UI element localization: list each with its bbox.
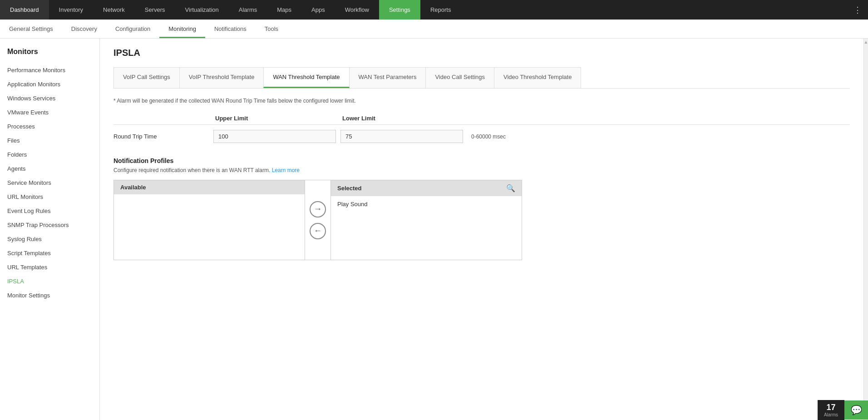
sidebar-item-service-monitors[interactable]: Service Monitors	[0, 176, 99, 190]
nav-item-network[interactable]: Network	[93, 0, 135, 20]
nav-item-apps[interactable]: Apps	[301, 0, 335, 20]
top-nav: Dashboard Inventory Network Servers Virt…	[0, 0, 868, 20]
upper-limit-header: Upper Limit	[213, 115, 340, 122]
subnav-monitoring[interactable]: Monitoring	[159, 20, 205, 38]
alarm-note: * Alarm will be generated if the collect…	[113, 98, 850, 104]
sidebar-item-monitor-settings[interactable]: Monitor Settings	[0, 288, 99, 302]
transfer-box: Available → ← Selected 🔍	[113, 180, 522, 260]
notification-profiles-section: Notification Profiles Configure required…	[113, 157, 850, 260]
upper-limit-field-wrapper	[213, 130, 340, 143]
sidebar-item-url-monitors[interactable]: URL Monitors	[0, 190, 99, 204]
sidebar-item-syslog-rules[interactable]: Syslog Rules	[0, 232, 99, 246]
chat-button[interactable]: 💬	[844, 400, 868, 420]
tab-voip-call-settings[interactable]: VoIP Call Settings	[113, 67, 180, 88]
sidebar-item-windows-services[interactable]: Windows Services	[0, 91, 99, 105]
nav-item-inventory[interactable]: Inventory	[49, 0, 93, 20]
sidebar-item-processes[interactable]: Processes	[0, 119, 99, 133]
sidebar-item-snmp-trap-processors[interactable]: SNMP Trap Processors	[0, 218, 99, 232]
scrollbar-track[interactable]: ▲ ▼	[863, 39, 868, 420]
tab-voip-threshold-template[interactable]: VoIP Threshold Template	[179, 67, 264, 88]
search-button[interactable]: 🔍	[506, 184, 515, 193]
available-panel-header: Available	[114, 180, 305, 194]
subnav-notifications[interactable]: Notifications	[205, 20, 256, 38]
sidebar-item-url-templates[interactable]: URL Templates	[0, 260, 99, 274]
subnav-discovery[interactable]: Discovery	[62, 20, 106, 38]
scrollbar-up-arrow[interactable]: ▲	[864, 40, 868, 44]
alarm-label: Alarms	[824, 412, 838, 417]
nav-more-button[interactable]: ⋮	[847, 0, 868, 20]
main-content: IPSLA VoIP Call Settings VoIP Threshold …	[100, 39, 863, 420]
sidebar-item-ipsla[interactable]: IPSLA	[0, 274, 99, 288]
sub-nav: General Settings Discovery Configuration…	[0, 20, 868, 39]
sidebar-item-application-monitors[interactable]: Application Monitors	[0, 77, 99, 91]
round-trip-time-label: Round Trip Time	[113, 129, 213, 143]
unit-header	[468, 115, 540, 122]
unit-label: 0-60000 msec	[468, 133, 540, 140]
transfer-buttons: → ←	[305, 180, 331, 260]
lower-limit-header: Lower Limit	[340, 115, 468, 122]
nav-item-dashboard[interactable]: Dashboard	[0, 0, 49, 20]
inner-tab-bar: VoIP Call Settings VoIP Threshold Templa…	[113, 67, 850, 89]
sidebar-item-agents[interactable]: Agents	[0, 162, 99, 176]
move-right-button[interactable]: →	[310, 201, 326, 217]
subnav-tools[interactable]: Tools	[256, 20, 287, 38]
label-empty	[113, 115, 213, 122]
sidebar-item-event-log-rules[interactable]: Event Log Rules	[0, 204, 99, 218]
nav-item-settings[interactable]: Settings	[379, 0, 420, 20]
main-layout: Monitors Performance Monitors Applicatio…	[0, 39, 868, 420]
tab-video-call-settings[interactable]: Video Call Settings	[425, 67, 494, 88]
selected-panel-header: Selected 🔍	[331, 180, 522, 196]
nav-item-servers[interactable]: Servers	[135, 0, 175, 20]
upper-limit-input[interactable]	[213, 130, 336, 143]
available-panel-body	[114, 194, 305, 258]
sidebar-item-files[interactable]: Files	[0, 133, 99, 148]
notification-profiles-title: Notification Profiles	[113, 157, 850, 164]
subnav-general-settings[interactable]: General Settings	[0, 20, 62, 38]
nav-item-workflow[interactable]: Workflow	[335, 0, 379, 20]
bottom-bar: 17 Alarms 💬	[818, 400, 868, 420]
tab-wan-threshold-template[interactable]: WAN Threshold Template	[263, 67, 349, 88]
nav-item-reports[interactable]: Reports	[420, 0, 461, 20]
available-panel: Available	[114, 180, 305, 260]
notification-profiles-desc: Configure required notification when the…	[113, 167, 850, 173]
learn-more-link[interactable]: Learn more	[272, 167, 300, 173]
subnav-configuration[interactable]: Configuration	[106, 20, 159, 38]
selected-item-play-sound: Play Sound	[334, 199, 519, 209]
tab-video-threshold-template[interactable]: Video Threshold Template	[494, 67, 581, 88]
selected-panel: Selected 🔍 Play Sound	[331, 180, 522, 260]
sidebar-title: Monitors	[0, 43, 99, 63]
nav-item-alarms[interactable]: Alarms	[229, 0, 267, 20]
nav-item-maps[interactable]: Maps	[267, 0, 301, 20]
page-title: IPSLA	[113, 48, 850, 58]
selected-panel-body: Play Sound	[331, 196, 522, 260]
sidebar-item-script-templates[interactable]: Script Templates	[0, 246, 99, 260]
alarm-count: 17	[826, 403, 835, 412]
lower-limit-input[interactable]	[340, 130, 463, 143]
tab-wan-test-parameters[interactable]: WAN Test Parameters	[349, 67, 426, 88]
lower-limit-field-wrapper	[340, 130, 468, 143]
form-grid: Upper Limit Lower Limit Round Trip Time …	[113, 115, 850, 143]
sidebar: Monitors Performance Monitors Applicatio…	[0, 39, 100, 420]
sidebar-item-performance-monitors[interactable]: Performance Monitors	[0, 63, 99, 77]
sidebar-item-vmware-events[interactable]: VMware Events	[0, 105, 99, 119]
nav-item-virtualization[interactable]: Virtualization	[175, 0, 229, 20]
sidebar-item-folders[interactable]: Folders	[0, 148, 99, 162]
move-left-button[interactable]: ←	[310, 223, 326, 239]
alarm-badge[interactable]: 17 Alarms	[818, 400, 844, 420]
